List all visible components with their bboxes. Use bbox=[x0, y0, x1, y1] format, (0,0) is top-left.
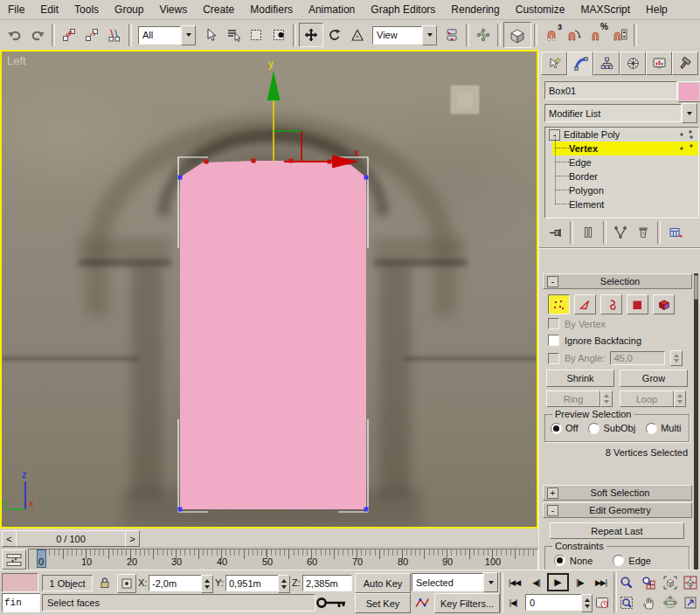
preview-multi-radio[interactable] bbox=[646, 423, 657, 434]
menu-modifiers[interactable]: Modifiers bbox=[242, 0, 301, 19]
select-and-manipulate-icon[interactable] bbox=[472, 24, 495, 46]
subobject-element-button[interactable] bbox=[653, 294, 675, 314]
undo-icon[interactable] bbox=[3, 24, 26, 46]
stack-root-label[interactable]: Editable Poly bbox=[564, 129, 620, 140]
tab-modify[interactable] bbox=[567, 52, 593, 76]
menu-group[interactable]: Group bbox=[107, 0, 151, 19]
stack-row-editable-poly[interactable]: - Editable Poly bbox=[545, 128, 698, 142]
key-filters-button[interactable]: Key Filters... bbox=[434, 593, 500, 613]
repeat-last-button[interactable]: Repeat Last bbox=[550, 522, 684, 539]
time-slider-prev-button[interactable]: < bbox=[2, 530, 17, 547]
selection-lock-toggle[interactable] bbox=[96, 574, 114, 591]
panel-scrollbar[interactable] bbox=[694, 273, 698, 570]
go-to-end-button[interactable]: ▶▶| bbox=[591, 573, 611, 591]
ring-button[interactable]: Ring bbox=[546, 390, 600, 407]
set-keys-key-icon[interactable] bbox=[313, 591, 351, 614]
pin-stack-icon[interactable] bbox=[543, 225, 567, 239]
menu-create[interactable]: Create bbox=[195, 0, 242, 19]
spinner-snap-toggle-icon[interactable] bbox=[608, 24, 631, 46]
preview-subobj-radio[interactable] bbox=[588, 423, 600, 434]
subobject-border-button[interactable] bbox=[600, 294, 622, 314]
zoom-extents-all-button[interactable] bbox=[682, 573, 699, 591]
tab-display[interactable] bbox=[646, 52, 672, 75]
go-to-start-button[interactable]: |◀◀ bbox=[504, 573, 524, 591]
menu-file[interactable]: File bbox=[0, 0, 32, 19]
constraint-none-radio[interactable] bbox=[554, 555, 565, 566]
by-vertex-checkbox[interactable] bbox=[548, 318, 559, 329]
set-key-button[interactable]: Set Key bbox=[355, 593, 411, 613]
redo-icon[interactable] bbox=[26, 24, 49, 46]
menu-views[interactable]: Views bbox=[151, 0, 195, 19]
stack-row-polygon[interactable]: Polygon bbox=[552, 183, 698, 197]
tab-hierarchy[interactable] bbox=[593, 52, 620, 75]
y-spinner[interactable] bbox=[278, 575, 290, 593]
ring-spinner[interactable] bbox=[600, 390, 613, 407]
menu-graph-editors[interactable]: Graph Editors bbox=[363, 0, 443, 19]
window-crossing-toggle-icon[interactable] bbox=[267, 24, 290, 46]
stack-row-edge[interactable]: Edge bbox=[552, 155, 698, 169]
default-in-out-tangents-icon[interactable] bbox=[412, 593, 432, 612]
zoom-all-button[interactable] bbox=[639, 573, 658, 591]
menu-maxscript[interactable]: MAXScript bbox=[572, 0, 638, 19]
remove-modifier-icon[interactable] bbox=[632, 225, 655, 239]
select-object-icon[interactable] bbox=[199, 24, 222, 46]
zoom-button[interactable] bbox=[617, 573, 636, 591]
collapse-icon[interactable]: - bbox=[547, 276, 558, 287]
dropdown-arrow-button[interactable] bbox=[682, 103, 697, 123]
edit-geometry-rollout-header[interactable]: - Edit Geometry bbox=[543, 502, 692, 518]
play-button[interactable]: ▶ bbox=[547, 573, 569, 591]
stack-row-vertex[interactable]: Vertex bbox=[552, 142, 698, 155]
region-zoom-button[interactable] bbox=[617, 593, 636, 612]
by-angle-field[interactable]: 45,0 bbox=[610, 351, 665, 365]
tab-motion[interactable] bbox=[620, 52, 646, 75]
show-end-result-icon[interactable] bbox=[576, 225, 600, 239]
previous-frame-button[interactable]: ◀|| bbox=[527, 573, 545, 591]
gizmo-y-arrow-icon[interactable] bbox=[267, 71, 281, 100]
selection-rollout-header[interactable]: - Selection bbox=[543, 273, 692, 289]
shrink-button[interactable]: Shrink bbox=[546, 370, 614, 387]
time-slider-thumb[interactable]: 0 / 100 bbox=[16, 530, 126, 547]
modifier-list-dropdown[interactable]: Modifier List bbox=[544, 104, 697, 122]
time-configuration-button[interactable] bbox=[593, 593, 612, 612]
arc-rotate-button[interactable] bbox=[661, 593, 680, 612]
snap-toggle-3d-icon[interactable]: 3 bbox=[540, 24, 563, 46]
snaps-toggle-icon[interactable] bbox=[503, 22, 531, 48]
grow-button[interactable]: Grow bbox=[620, 370, 688, 387]
menu-animation[interactable]: Animation bbox=[301, 0, 363, 19]
rectangular-selection-region-icon[interactable] bbox=[245, 24, 267, 46]
viewport-label[interactable]: Left bbox=[7, 54, 26, 67]
selection-filter-dropdown[interactable]: All bbox=[138, 26, 196, 45]
viewport-left[interactable]: y x z y x Left bbox=[0, 50, 538, 529]
x-spinner[interactable] bbox=[201, 575, 213, 593]
subobject-polygon-button[interactable] bbox=[627, 294, 648, 314]
unlink-selection-icon[interactable] bbox=[80, 24, 103, 46]
min-max-toggle-button[interactable] bbox=[682, 593, 699, 612]
x-coordinate-field[interactable]: -2,0m bbox=[149, 575, 204, 591]
next-frame-button[interactable]: ||▶ bbox=[571, 573, 589, 591]
select-and-rotate-icon[interactable] bbox=[323, 24, 346, 46]
select-and-move-icon[interactable] bbox=[299, 23, 323, 47]
menu-rendering[interactable]: Rendering bbox=[443, 0, 507, 19]
select-and-link-icon[interactable] bbox=[58, 24, 80, 46]
by-angle-spinner[interactable] bbox=[670, 350, 683, 366]
collapse-icon[interactable]: - bbox=[547, 505, 558, 516]
editable-poly-object[interactable] bbox=[180, 161, 366, 509]
mini-curve-editor-icon[interactable] bbox=[2, 549, 26, 570]
viewport-canvas[interactable]: y x z y x Left bbox=[2, 52, 537, 527]
select-by-name-icon[interactable] bbox=[222, 24, 245, 46]
expand-icon[interactable]: + bbox=[547, 487, 558, 499]
zoom-extents-button[interactable] bbox=[661, 573, 680, 591]
select-and-scale-icon[interactable] bbox=[346, 24, 369, 46]
use-pivot-point-center-icon[interactable] bbox=[440, 24, 463, 46]
track-bar-ruler[interactable]: 0 10 20 30 40 50 60 70 80 90 100 bbox=[28, 549, 538, 570]
time-slider-next-button[interactable]: > bbox=[125, 530, 140, 547]
dropdown-arrow-button[interactable] bbox=[422, 25, 437, 45]
reference-coordinate-system-dropdown[interactable]: View bbox=[372, 26, 437, 45]
menu-customize[interactable]: Customize bbox=[508, 0, 573, 19]
soft-selection-rollout-header[interactable]: + Soft Selection bbox=[543, 485, 692, 501]
angle-snap-toggle-icon[interactable] bbox=[563, 24, 586, 46]
loop-spinner[interactable] bbox=[674, 390, 686, 407]
maxscript-mini-listener[interactable]: fin bbox=[2, 593, 40, 612]
stack-row-border[interactable]: Border bbox=[552, 169, 698, 183]
ignore-backfacing-checkbox[interactable] bbox=[548, 335, 559, 346]
